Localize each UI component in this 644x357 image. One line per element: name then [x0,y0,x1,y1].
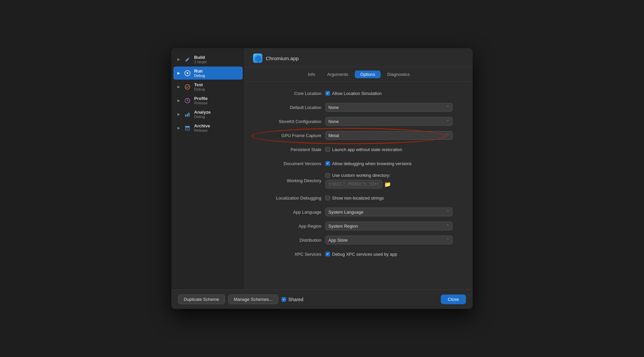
test-icon [183,83,191,91]
app-icon: 🔵 [253,53,262,63]
working-directory-row: Working Directory Use custom working dir… [258,173,459,189]
distribution-dropdown[interactable]: App Store ⌃ [325,236,453,244]
document-versions-row: Document Versions Allow debugging when b… [258,159,459,168]
core-location-checkbox[interactable] [325,91,330,96]
app-region-row: App Region System Region ⌃ [258,221,459,231]
tab-info[interactable]: Info [303,71,321,78]
expand-arrow-test: ▶ [177,85,181,89]
tab-arguments[interactable]: Arguments [322,71,353,78]
sidebar-item-profile[interactable]: ▶ Profile Release [173,94,243,107]
svg-rect-6 [188,113,189,117]
test-labels: Test Debug [194,82,205,91]
sidebar-item-analyze[interactable]: ▶ Analyze Debug [173,108,243,121]
default-location-control: None ⌃ [325,103,459,112]
shared-section: Shared [281,297,303,302]
gpu-frame-capture-control: Metal ⌃ [325,131,459,140]
expand-arrow-archive: ▶ [177,126,181,130]
expand-arrow-build: ▶ [177,57,181,61]
core-location-control: Allow Location Simulation [325,91,459,96]
sidebar-item-build[interactable]: ▶ Build 1 target [173,53,243,66]
run-sub: Debug [194,74,205,78]
app-region-dropdown[interactable]: System Region ⌃ [325,222,453,230]
persistent-state-label: Persistent State [258,147,325,152]
distribution-control: App Store ⌃ [325,236,459,244]
app-language-value: System Language [328,210,364,215]
gpu-frame-capture-dropdown[interactable]: Metal ⌃ [325,131,453,140]
xpc-services-checkbox-row: Debug XPC services used by app [325,252,397,257]
svg-rect-7 [185,126,190,127]
localization-debugging-checkbox-label: Show non-localized strings [332,196,384,201]
app-language-dropdown[interactable]: System Language ⌃ [325,208,453,216]
duplicate-scheme-button[interactable]: Duplicate Scheme [178,294,225,304]
profile-icon [183,97,191,105]
svg-marker-1 [187,72,189,74]
working-directory-checkbox-row: Use custom working directory: $(BUILT_PR… [325,173,391,189]
build-labels: Build 1 target [194,55,207,64]
manage-schemes-button[interactable]: Manage Schemes... [228,294,278,304]
analyze-label: Analyze [194,110,211,115]
xpc-services-row: XPC Services Debug XPC services used by … [258,249,459,259]
tab-options[interactable]: Options [355,71,381,78]
default-location-value: None [328,105,339,110]
archive-sub: Release [194,128,210,132]
build-sub: 1 target [194,60,207,64]
working-directory-placeholder: $(BUILT_PRODUCTS_DIR) [328,182,379,187]
localization-debugging-checkbox-row: Show non-localized strings [325,196,384,201]
localization-debugging-control: Show non-localized strings [325,196,459,201]
core-location-checkbox-row: Allow Location Simulation [325,91,382,96]
scheme-editor-dialog: ▶ Build 1 target ▶ [171,48,473,309]
localization-debugging-checkbox[interactable] [325,196,330,200]
analyze-icon [183,110,191,118]
core-location-checkbox-label: Allow Location Simulation [332,91,382,96]
shared-checkbox[interactable] [281,297,286,302]
document-versions-checkbox[interactable] [325,161,330,166]
tab-diagnostics[interactable]: Diagnostics [382,71,415,78]
shared-label: Shared [288,297,303,302]
chevron-down-icon-language: ⌃ [446,210,450,214]
persistent-state-row: Persistent State Launch app without stat… [258,145,459,154]
distribution-row: Distribution App Store ⌃ [258,235,459,245]
settings-area: Core Location Allow Location Simulation … [245,82,473,289]
expand-arrow-profile: ▶ [177,99,181,102]
default-location-row: Default Location None ⌃ [258,103,459,112]
archive-label: Archive [194,123,210,128]
close-button[interactable]: Close [441,294,466,304]
sidebar-item-test[interactable]: ▶ Test Debug [173,80,243,93]
document-versions-label: Document Versions [258,161,325,166]
xpc-services-checkbox[interactable] [325,252,330,256]
persistent-state-checkbox[interactable] [325,147,330,152]
build-icon [183,55,191,64]
document-versions-control: Allow debugging when browsing versions [325,161,459,166]
profile-sub: Release [194,101,208,105]
xpc-services-label: XPC Services [258,252,325,257]
folder-icon[interactable]: 📁 [384,181,391,188]
archive-labels: Archive Release [194,123,210,132]
profile-label: Profile [194,96,208,101]
run-labels: Run Debug [194,69,205,78]
xpc-services-control: Debug XPC services used by app [325,252,459,257]
main-content: 🔵 Chromium.app Info Arguments Options Di… [245,48,473,289]
storekit-label: StoreKit Configuration [258,119,325,124]
bottom-bar: Duplicate Scheme Manage Schemes... Share… [171,289,473,309]
sidebar-item-archive[interactable]: ▶ Archive Release [173,121,243,134]
core-location-label: Core Location [258,91,325,96]
expand-arrow-analyze: ▶ [177,112,181,116]
archive-icon [183,124,191,132]
working-directory-input[interactable]: $(BUILT_PRODUCTS_DIR) [325,180,382,189]
storekit-value: None [328,119,339,124]
sidebar-item-run[interactable]: ▶ Run Debug [173,67,243,80]
default-location-dropdown[interactable]: None ⌃ [325,103,453,112]
chevron-down-icon-storekit: ⌃ [446,119,450,124]
run-label: Run [194,69,205,74]
expand-arrow-run: ▶ [177,71,181,75]
distribution-label: Distribution [258,238,325,243]
xpc-services-checkbox-label: Debug XPC services used by app [332,252,397,257]
gpu-frame-capture-label: GPU Frame Capture [258,133,325,138]
document-versions-checkbox-label: Allow debugging when browsing versions [332,161,412,166]
persistent-state-checkbox-row: Launch app without state restoration [325,147,402,152]
storekit-dropdown[interactable]: None ⌃ [325,117,453,126]
localization-debugging-label: Localization Debugging [258,196,325,201]
persistent-state-checkbox-label: Launch app without state restoration [332,147,402,152]
analyze-labels: Analyze Debug [194,110,211,119]
working-directory-checkbox[interactable] [325,173,330,178]
